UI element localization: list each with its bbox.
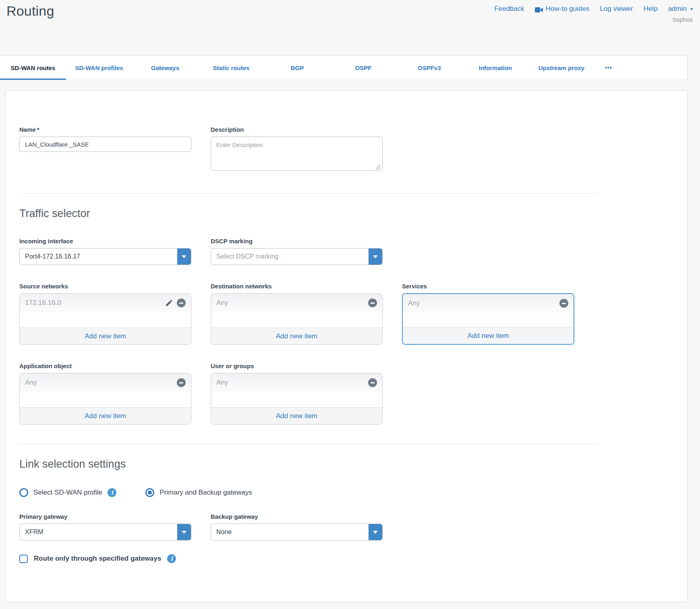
add-new-item-button[interactable]: Add new item xyxy=(20,327,191,344)
interface-dscp-row: Incoming interface Port4-172.16.16.17 DS… xyxy=(19,238,599,265)
link-selection-heading: Link selection settings xyxy=(19,458,599,470)
list-item: Any xyxy=(211,373,382,392)
name-description-row: Name* Description xyxy=(19,126,599,172)
radio-primary-backup-gateways[interactable]: Primary and Backup gateways xyxy=(145,488,252,497)
remove-item-icon[interactable] xyxy=(368,298,377,307)
dscp-select[interactable]: Select DSCP marking xyxy=(211,248,383,265)
add-new-item-button[interactable]: Add new item xyxy=(211,407,382,424)
application-object-box: Any Add new item xyxy=(19,373,191,425)
backup-gateway-group: Backup gateway None xyxy=(211,513,383,541)
dropdown-arrow-button[interactable] xyxy=(369,249,382,265)
tab-ospf[interactable]: OSPF xyxy=(330,56,396,80)
source-networks-group: Source networks 172.16.16.0 Add new item xyxy=(19,283,191,345)
dropdown-arrow-button[interactable] xyxy=(369,524,382,540)
services-label: Services xyxy=(402,283,574,290)
user-groups-box: Any Add new item xyxy=(211,373,383,425)
tab-ospfv3[interactable]: OSPFv3 xyxy=(396,56,462,80)
gateway-row: Primary gateway XFRM Backup gateway None xyxy=(19,513,599,541)
application-users-row: Application object Any Add new item User… xyxy=(19,362,599,425)
description-textarea[interactable] xyxy=(211,137,383,171)
primary-gateway-group: Primary gateway XFRM xyxy=(19,513,191,541)
box-spacer xyxy=(211,312,382,327)
section-divider xyxy=(19,193,599,194)
tab-bgp[interactable]: BGP xyxy=(264,56,330,80)
primary-gateway-value: XFRM xyxy=(20,524,177,540)
remove-item-icon[interactable] xyxy=(559,299,568,308)
remove-item-icon[interactable] xyxy=(177,298,186,307)
more-tabs-button[interactable]: ••• xyxy=(594,56,623,80)
remove-item-icon[interactable] xyxy=(368,378,377,387)
triangle-down-icon xyxy=(182,255,186,258)
section-divider xyxy=(19,444,599,444)
incoming-interface-label: Incoming interface xyxy=(19,238,191,244)
radio-selected-icon[interactable] xyxy=(145,488,154,497)
info-icon[interactable]: i xyxy=(167,554,176,563)
destination-networks-box: Any Add new item xyxy=(211,293,383,345)
services-box: Any Add new item xyxy=(402,293,574,345)
route-only-checkbox[interactable] xyxy=(19,555,28,563)
list-item: Any xyxy=(211,294,382,312)
edit-pencil-icon[interactable] xyxy=(165,299,173,307)
primary-gateway-select[interactable]: XFRM xyxy=(19,524,191,541)
log-viewer-link[interactable]: Log viewer xyxy=(600,5,633,13)
page-title: Routing xyxy=(6,3,54,19)
radio-unselected-icon[interactable] xyxy=(19,488,28,497)
backup-gateway-value: None xyxy=(211,524,369,540)
source-networks-label: Source networks xyxy=(19,283,191,290)
incoming-interface-value: Port4-172.16.16.17 xyxy=(20,249,177,265)
triangle-down-icon xyxy=(373,531,378,534)
add-new-item-button[interactable]: Add new item xyxy=(403,327,574,344)
info-icon[interactable]: i xyxy=(108,488,116,497)
name-input[interactable] xyxy=(19,137,191,152)
list-item: Any xyxy=(20,373,191,392)
incoming-interface-select[interactable]: Port4-172.16.16.17 xyxy=(19,248,191,265)
add-new-item-button[interactable]: Add new item xyxy=(211,327,382,344)
user-groups-label: User or groups xyxy=(211,362,383,369)
destination-networks-label: Destination networks xyxy=(211,283,383,290)
box-spacer xyxy=(20,312,191,327)
description-field-group: Description xyxy=(211,126,383,172)
application-object-value: Any xyxy=(25,379,177,387)
radio-primary-backup-label: Primary and Backup gateways xyxy=(159,489,252,497)
link-selection-radios: Select SD-WAN profile i Primary and Back… xyxy=(19,488,599,497)
help-link[interactable]: Help xyxy=(644,5,658,13)
service-value: Any xyxy=(408,299,559,307)
route-only-label: Route only through specified gateways xyxy=(34,555,161,563)
list-item: 172.16.16.0 xyxy=(20,294,191,312)
tab-gateways[interactable]: Gateways xyxy=(132,56,198,80)
howto-guides-link[interactable]: How-to guides xyxy=(535,5,590,13)
tab-information[interactable]: Information xyxy=(462,56,528,80)
tab-static-routes[interactable]: Static routes xyxy=(198,56,264,80)
dscp-group: DSCP marking Select DSCP marking xyxy=(211,238,383,265)
backup-gateway-select[interactable]: None xyxy=(211,524,383,541)
dscp-label: DSCP marking xyxy=(211,238,383,244)
user-groups-group: User or groups Any Add new item xyxy=(211,362,383,425)
feedback-link[interactable]: Feedback xyxy=(494,5,524,13)
box-spacer xyxy=(403,313,574,327)
required-asterisk: * xyxy=(37,126,39,133)
top-links: Feedback How-to guides Log viewer Help a… xyxy=(494,5,693,13)
destination-network-value: Any xyxy=(216,299,368,307)
backup-gateway-label: Backup gateway xyxy=(211,513,383,520)
tab-sdwan-routes[interactable]: SD-WAN routes xyxy=(0,56,66,80)
radio-sdwan-profile[interactable]: Select SD-WAN profile i xyxy=(19,488,116,497)
chevron-down-icon: ▾ xyxy=(690,6,693,12)
admin-menu[interactable]: admin ▾ xyxy=(668,5,693,13)
dropdown-arrow-button[interactable] xyxy=(177,524,191,540)
routing-tabbar: SD-WAN routes SD-WAN profiles Gateways S… xyxy=(0,55,688,80)
user-groups-value: Any xyxy=(216,379,368,387)
box-spacer xyxy=(20,392,191,407)
application-object-group: Application object Any Add new item xyxy=(19,362,191,425)
dropdown-arrow-button[interactable] xyxy=(177,249,191,265)
sdwan-route-form-card: Name* Description Traffic selector Incom… xyxy=(6,90,688,602)
top-header: Routing Feedback How-to guides Log viewe… xyxy=(0,0,700,55)
remove-item-icon[interactable] xyxy=(177,378,186,387)
radio-sdwan-profile-label: Select SD-WAN profile xyxy=(33,489,102,497)
application-object-label: Application object xyxy=(19,362,191,369)
source-networks-box: 172.16.16.0 Add new item xyxy=(19,293,191,345)
add-new-item-button[interactable]: Add new item xyxy=(20,407,191,424)
name-label: Name* xyxy=(19,126,191,133)
triangle-down-icon xyxy=(373,255,378,258)
tab-upstream-proxy[interactable]: Upstream proxy xyxy=(528,56,594,80)
tab-sdwan-profiles[interactable]: SD-WAN profiles xyxy=(66,56,132,80)
